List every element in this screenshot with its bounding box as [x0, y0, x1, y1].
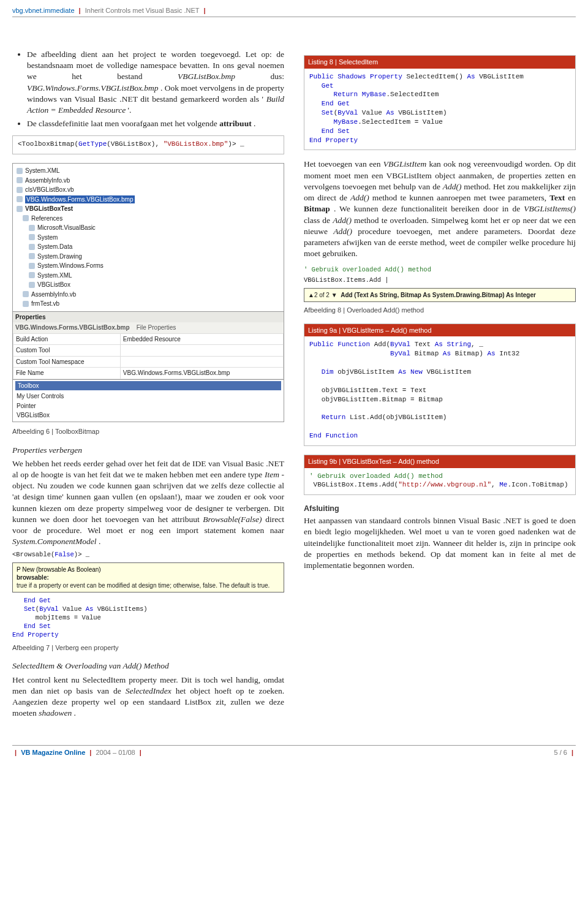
section-title-text: SelectedItem & Overloading van Add() Met…: [12, 661, 169, 670]
section-title-text: Properties verbergen: [12, 445, 82, 455]
text-bold: Text: [549, 193, 565, 202]
text-italic: Add(): [333, 216, 352, 225]
text: class de: [304, 216, 333, 225]
header-pipe: |: [77, 7, 83, 14]
text-italic: Add(): [333, 227, 352, 236]
caption-afb7: Afbeelding 7 | Verberg een property: [12, 643, 284, 653]
listing-9a: Listing 9a | VBGListItems – Add() method…: [304, 324, 576, 446]
listing-9b-code: ' Gebruik overloaded Add() method VBGLis…: [304, 468, 575, 495]
property-grid: Properties VBG.Windows.Forms.VBGListBox.…: [13, 311, 284, 379]
add-paragraph: Het toevoegen van een VBGListItem kan oo…: [304, 159, 576, 259]
caption-afb8: Afbeelding 8 | Overloaded Add() method: [304, 306, 576, 315]
footer-left: | VB Magazine Online | 2004 – 01/08 |: [12, 748, 144, 757]
text: Het toevoegen van een: [304, 159, 383, 168]
afbeelding-6-thumbnail: System.XML AssemblyInfo.vb clsVBGListBox…: [12, 163, 284, 422]
listing-9a-code: Public Function Add(ByVal Text As String…: [304, 336, 575, 445]
bullet-2-text-a: De classdefefinitie laat men voorafgaan …: [27, 119, 219, 128]
intro-bullets: De afbeelding dient aan het project te w…: [12, 49, 284, 130]
prop-name: Build Action: [13, 333, 121, 345]
bullet-1-text-b: dus:: [270, 72, 284, 81]
toolboxbitmap-code: <ToolboxBitmap(GetType(VBGListBox), "VBG…: [13, 136, 284, 154]
tree-item: System: [37, 233, 58, 242]
bullet-1: De afbeelding dient aan het project te w…: [27, 49, 284, 116]
text: .: [99, 537, 100, 546]
prop-value: VBG.Windows.Forms.VBGListBox.bmp: [120, 368, 283, 379]
tree-item: System.Data: [37, 243, 72, 251]
tooltip-param-desc: true if a property or event can be modif…: [17, 581, 280, 589]
afsluiting-title: Afsluiting: [304, 504, 576, 514]
text-italic: SelectedIndex: [126, 686, 172, 695]
text-italic: Add(): [443, 182, 462, 191]
listing-8-code: Public Shadows Property SelectedItem() A…: [304, 69, 575, 150]
afb8-comment: ' Gebruik overloaded Add() method: [304, 265, 576, 274]
overload-counter: ▲2 of 2 ▼: [308, 292, 337, 298]
text-italic: Browsable(False): [203, 515, 262, 524]
tree-item-selected: VBG.Windows.Forms.VBGListBox.bmp: [25, 195, 135, 204]
tree-project: VBGListBoxTest: [25, 205, 73, 213]
propgrid-title: Properties: [13, 312, 284, 323]
code-comment: ' Gebruik overloaded Add() method: [309, 472, 443, 480]
afb8-tooltip: ▲2 of 2 ▼ Add (Text As String, Bitmap As…: [304, 288, 576, 302]
tree-item: VBGListBox: [37, 281, 70, 289]
text-italic: VBGListItems(): [524, 204, 576, 213]
tree-item: System.XML: [25, 167, 60, 175]
bullet-1-text-d: '.: [128, 105, 132, 115]
afbeelding-7-thumbnail: <Browsable(False)> _ P New (browsable As…: [12, 550, 284, 640]
footer-right: 5 / 6 |: [554, 748, 576, 757]
tree-item: System.XML: [37, 271, 72, 280]
text-italic: VBGListItem: [383, 159, 427, 168]
bullet-2: De classdefefinitie laat men voorafgaan …: [27, 118, 284, 129]
toolbox-title: Toolbox: [15, 381, 281, 391]
prop-name: Custom Tool Namespace: [13, 356, 121, 368]
header-pipe-2: |: [201, 7, 208, 14]
afsluiting-body: Het aanpassen van standaard controls bin…: [304, 515, 576, 571]
left-column: De afbeelding dient aan het project te w…: [12, 49, 284, 722]
prop-name: File Name: [13, 368, 121, 379]
solution-explorer-tree: System.XML AssemblyInfo.vb clsVBGListBox…: [13, 164, 284, 311]
header-title: Inherit Controls met Visual Basic .NET: [85, 7, 200, 14]
tree-item: clsVBGListBox.vb: [25, 186, 74, 194]
tree-item: AssemblyInfo.vb: [25, 176, 70, 185]
two-column-layout: De afbeelding dient aan het project te w…: [12, 49, 576, 722]
footer-page: 5 / 6: [554, 749, 567, 756]
prop-value: Embedded Resource: [120, 333, 283, 345]
text-italic: shadowen: [39, 708, 72, 717]
toolbox-item: My User Controls: [15, 392, 281, 401]
toolbox-item: Pointer: [15, 401, 281, 411]
text-bold: Bitmap: [304, 204, 330, 213]
listing-9b-header: Listing 9b | VBGListBoxTest – Add() meth…: [304, 455, 575, 468]
tooltip-signature: P New (browsable As Boolean): [17, 566, 280, 573]
footer-magazine: VB Magazine Online: [21, 749, 85, 756]
bullet-1-italic-2: VBG.Windows.Forms.VBGListBox.bmp: [27, 83, 159, 93]
page-footer: | VB Magazine Online | 2004 – 01/08 | 5 …: [12, 745, 576, 763]
header-brand: vbg.vbnet.immediate: [12, 7, 75, 14]
listing-9b: Listing 9b | VBGListBoxTest – Add() meth…: [304, 455, 576, 496]
bullet-1-italic-1: VBGListBox.bmp: [178, 72, 235, 81]
listing-8: Listing 8 | SelectedItem Public Shadows …: [304, 55, 576, 151]
afb7-attr-line: <Browsable(False)> _: [12, 550, 284, 559]
bullet-1-text-a: De afbeelding dient aan het project te w…: [27, 50, 284, 81]
prop-value: [120, 356, 283, 368]
afb8-expr: VBGListBox.Items.Add: [304, 276, 381, 284]
caption-afb6: Afbeelding 6 | ToolboxBitmap: [12, 427, 284, 436]
text: method te kunnen aanroepen met twee para…: [372, 193, 549, 202]
overload-signature: Add (Text As String, Bitmap As System.Dr…: [341, 292, 536, 298]
text: We hebben het reeds eerder gehad over he…: [12, 459, 284, 479]
page-header: vbg.vbnet.immediate | Inherit Controls m…: [12, 6, 576, 17]
toolbox-panel: Toolbox My User Controls Pointer VBGList…: [13, 379, 284, 422]
toolbox-item: VBGListBox: [15, 411, 281, 420]
tree-item: AssemblyInfo.vb: [31, 290, 76, 299]
toolboxbitmap-snippet: <ToolboxBitmap(GetType(VBGListBox), "VBG…: [12, 135, 284, 154]
prop-value: [120, 345, 283, 357]
text-italic: Item: [265, 470, 279, 479]
footer-issue: 2004 – 01/08: [96, 749, 135, 756]
tree-item: References: [31, 214, 62, 223]
tree-item: System.Drawing: [37, 252, 82, 261]
propgrid-file: VBG.Windows.Forms.VBGListBox.bmp: [15, 324, 130, 331]
section-selecteditem-body: Het control kent nu SelectedItem propert…: [12, 675, 284, 719]
listing-9a-header: Listing 9a | VBGListItems – Add() method: [304, 324, 575, 337]
bullet-2-bold: attribuut: [219, 119, 252, 128]
tree-item: frmTest.vb: [31, 300, 59, 308]
text-italic: Add(): [350, 193, 369, 202]
afb7-code-tail: End Get Set(ByVal Value As VBGListItems)…: [12, 596, 284, 640]
